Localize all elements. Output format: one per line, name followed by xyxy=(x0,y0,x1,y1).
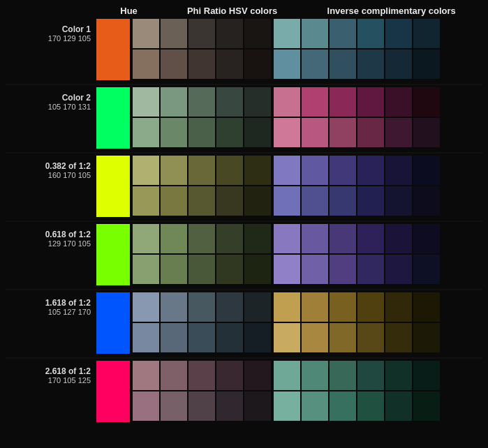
row-separator xyxy=(6,152,482,154)
inv-swatch xyxy=(413,118,440,147)
inv-swatch xyxy=(274,323,300,352)
header-inverse: Inverse complimentary colors xyxy=(300,6,482,16)
phi-swatch xyxy=(188,87,215,117)
phi-swatch xyxy=(244,361,271,390)
phi-swatch xyxy=(133,186,159,216)
inv-swatch xyxy=(302,292,328,322)
inv-swatch xyxy=(274,186,300,216)
inv-swatch xyxy=(413,323,440,352)
inv-swatch xyxy=(357,87,384,117)
color-row: Color 2105 170 131 xyxy=(6,87,482,149)
inv-swatch xyxy=(357,156,384,185)
inv-swatch xyxy=(330,361,356,390)
inv-swatch xyxy=(413,50,440,79)
phi-swatch xyxy=(133,19,159,48)
inv-swatch xyxy=(385,19,412,48)
inv-swatch xyxy=(302,118,328,147)
phi-swatch xyxy=(161,50,187,79)
color-row: 0.382 of 1:2160 170 105 xyxy=(6,156,482,217)
inv-swatch xyxy=(330,50,356,79)
hue-block xyxy=(96,224,130,285)
phi-swatch xyxy=(244,255,271,284)
phi-swatch xyxy=(244,186,271,216)
phi-swatch xyxy=(133,391,159,421)
color-name: Color 2 xyxy=(62,93,91,103)
hue-block xyxy=(96,87,130,149)
inv-swatch xyxy=(330,19,356,48)
color-name: 0.618 of 1:2 xyxy=(45,230,91,239)
inv-swatch xyxy=(385,323,412,352)
phi-swatch xyxy=(161,391,187,421)
phi-swatch xyxy=(216,391,243,421)
inv-swatch xyxy=(385,50,412,79)
phi-swatch xyxy=(216,224,243,253)
inv-swatch xyxy=(357,255,384,284)
inv-swatch xyxy=(413,224,440,253)
inv-grid xyxy=(274,156,440,216)
phi-swatch xyxy=(188,361,215,390)
color-row: 2.618 of 1:2170 105 125 xyxy=(6,361,482,422)
phi-swatch xyxy=(133,361,159,390)
inv-swatch xyxy=(357,118,384,147)
phi-grid xyxy=(133,19,271,79)
color-rgb: 105 127 170 xyxy=(48,308,91,316)
phi-swatch xyxy=(188,50,215,79)
inv-swatch xyxy=(302,224,328,253)
main-container: Hue Phi Ratio HSV colors Inverse complim… xyxy=(0,0,488,448)
inv-swatch xyxy=(302,19,328,48)
phi-swatch xyxy=(133,87,159,117)
color-row: 1.618 of 1:2105 127 170 xyxy=(6,292,482,354)
inv-swatch xyxy=(357,391,384,421)
label-area: 2.618 of 1:2170 105 125 xyxy=(6,361,96,384)
inv-swatch xyxy=(274,224,300,253)
color-row: 0.618 of 1:2129 170 105 xyxy=(6,224,482,285)
phi-swatch xyxy=(216,186,243,216)
inv-swatch xyxy=(330,292,356,322)
phi-swatch xyxy=(216,323,243,352)
phi-swatch xyxy=(188,391,215,421)
color-name: 1.618 of 1:2 xyxy=(45,298,91,308)
phi-swatch xyxy=(244,292,271,322)
phi-swatch xyxy=(244,156,271,185)
row-separator xyxy=(6,289,482,290)
color-rgb: 105 170 131 xyxy=(48,103,91,111)
phi-swatch xyxy=(161,255,187,284)
color-name: 0.382 of 1:2 xyxy=(45,161,91,171)
inv-swatch xyxy=(357,323,384,352)
inv-swatch xyxy=(330,391,356,421)
inv-swatch xyxy=(357,186,384,216)
label-area: Color 1170 129 105 xyxy=(6,19,96,43)
color-rgb: 170 105 125 xyxy=(48,376,91,384)
phi-swatch xyxy=(216,19,243,48)
inv-swatch xyxy=(385,361,412,390)
phi-swatch xyxy=(188,156,215,185)
phi-swatch xyxy=(161,361,187,390)
label-area: 1.618 of 1:2105 127 170 xyxy=(6,292,96,316)
phi-swatch xyxy=(161,156,187,185)
phi-swatch xyxy=(244,391,271,421)
inv-swatch xyxy=(274,50,300,79)
inv-swatch xyxy=(274,361,300,390)
phi-swatch xyxy=(188,323,215,352)
row-separator xyxy=(6,221,482,222)
inv-swatch xyxy=(385,391,412,421)
inv-swatch xyxy=(274,118,300,147)
inv-swatch xyxy=(357,292,384,322)
phi-swatch xyxy=(133,255,159,284)
inv-swatch xyxy=(302,50,328,79)
inv-swatch xyxy=(330,255,356,284)
phi-swatch xyxy=(216,50,243,79)
inv-swatch xyxy=(385,118,412,147)
inv-swatch xyxy=(302,255,328,284)
inv-swatch xyxy=(274,156,300,185)
phi-swatch xyxy=(188,224,215,253)
inv-swatch xyxy=(413,156,440,185)
phi-grid xyxy=(133,156,271,216)
phi-swatch xyxy=(161,292,187,322)
phi-swatch xyxy=(216,156,243,185)
inv-swatch xyxy=(330,87,356,117)
inv-swatch xyxy=(357,50,384,79)
inv-swatch xyxy=(413,186,440,216)
phi-swatch xyxy=(244,19,271,48)
inv-swatch xyxy=(385,87,412,117)
